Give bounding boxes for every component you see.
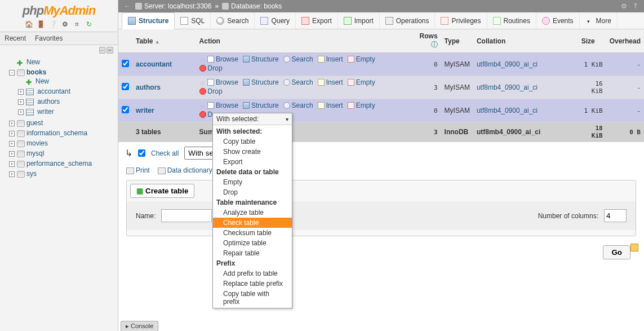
- tree-toggle[interactable]: +: [9, 121, 15, 126]
- page-up-icon[interactable]: ⤒: [633, 2, 638, 10]
- insert-action[interactable]: Insert: [318, 78, 343, 86]
- checkall-link[interactable]: Check all: [151, 149, 179, 157]
- row-checkbox[interactable]: [122, 106, 129, 113]
- tree-db-performance_schema[interactable]: performance_schema: [26, 160, 92, 167]
- browse-action[interactable]: Browse: [207, 101, 238, 109]
- tree-db-books[interactable]: books: [26, 68, 46, 76]
- tree-db-mysql[interactable]: mysql: [26, 149, 44, 157]
- empty-action[interactable]: Empty: [348, 78, 375, 86]
- go-button[interactable]: Go: [603, 245, 630, 259]
- col-table[interactable]: Table ▲: [132, 29, 196, 53]
- tree-db-information_schema[interactable]: information_schema: [26, 129, 87, 137]
- tab-export[interactable]: Export: [296, 12, 338, 29]
- dropdown-item[interactable]: Optimize table: [213, 238, 292, 248]
- reload-icon[interactable]: ↻: [85, 20, 93, 28]
- dropdown-selector[interactable]: With selected:: [213, 113, 292, 125]
- favorite-icon[interactable]: ☆: [199, 56, 206, 64]
- link-icon[interactable]: ∞: [106, 47, 113, 54]
- dropdown-item[interactable]: Analyze table: [213, 208, 292, 218]
- tab-routines[interactable]: Routines: [487, 12, 536, 29]
- tab-structure[interactable]: Structure: [122, 12, 175, 29]
- dropdown-item[interactable]: Show create: [213, 147, 292, 157]
- favorite-icon[interactable]: ☆: [199, 80, 206, 87]
- dropdown-item[interactable]: Export: [213, 157, 292, 167]
- favorite-icon[interactable]: ☆: [199, 103, 206, 111]
- home-icon[interactable]: 🏠: [25, 20, 33, 28]
- tab-operations[interactable]: Operations: [380, 12, 436, 29]
- tree-toggle[interactable]: −: [9, 70, 15, 76]
- docs-icon[interactable]: ❔: [49, 20, 57, 28]
- dropdown-item[interactable]: Checksum table: [213, 228, 292, 238]
- tree-toggle[interactable]: +: [9, 151, 15, 157]
- tab-import[interactable]: Import: [338, 12, 380, 29]
- tree-toggle[interactable]: +: [9, 141, 15, 147]
- structure-action[interactable]: Structure: [243, 101, 279, 109]
- table-name-link[interactable]: accountant: [136, 60, 172, 68]
- empty-action[interactable]: Empty: [348, 101, 375, 109]
- tab-sql[interactable]: SQL: [175, 12, 211, 29]
- tab-events[interactable]: Events: [536, 12, 580, 29]
- dropdown-item[interactable]: Empty: [213, 177, 292, 187]
- dropdown-item[interactable]: Copy table with prefix: [213, 289, 292, 307]
- tree-toggle[interactable]: +: [9, 171, 15, 177]
- tree-db-movies[interactable]: movies: [26, 139, 48, 147]
- dropdown-item[interactable]: Drop: [213, 187, 292, 197]
- tree-toggle[interactable]: +: [9, 131, 15, 136]
- tab-privileges[interactable]: Privileges: [435, 12, 487, 29]
- dropdown-item[interactable]: Copy table: [213, 136, 292, 147]
- recent-tab[interactable]: Recent: [0, 32, 30, 45]
- search-action[interactable]: Search: [283, 78, 313, 86]
- dropdown-item[interactable]: Replace table prefix: [213, 279, 292, 289]
- insert-action[interactable]: Insert: [318, 55, 343, 63]
- breadcrumb-database[interactable]: Database: books: [231, 2, 282, 10]
- with-selected-dropdown[interactable]: With selected: With selected:Copy tableS…: [212, 113, 292, 308]
- tab-query[interactable]: Query: [255, 12, 296, 29]
- structure-action[interactable]: Structure: [243, 78, 279, 86]
- tree-table-writer[interactable]: writer: [37, 108, 54, 116]
- collapse-icon[interactable]: –: [99, 47, 105, 54]
- breadcrumb-server[interactable]: Server: localhost:3306: [144, 2, 211, 10]
- empty-action[interactable]: Empty: [348, 55, 375, 63]
- tree-table-authors[interactable]: authors: [37, 98, 60, 105]
- tree-table-accountant[interactable]: accountant: [37, 87, 70, 95]
- drop-action[interactable]: Drop: [199, 87, 223, 95]
- nav-back-icon[interactable]: ←: [124, 2, 131, 10]
- structure-action[interactable]: Structure: [243, 55, 279, 63]
- tree-db-sys[interactable]: sys: [26, 170, 37, 178]
- table-name-link[interactable]: writer: [136, 107, 154, 114]
- table-name-input[interactable]: [161, 209, 212, 222]
- print-link[interactable]: Print: [126, 166, 150, 174]
- checkall-checkbox[interactable]: [138, 149, 145, 157]
- help-icon[interactable]: ⓘ: [431, 41, 438, 48]
- bookmark-icon[interactable]: [630, 244, 638, 251]
- tree-toggle[interactable]: +: [18, 89, 24, 95]
- drop-action[interactable]: Drop: [199, 64, 223, 72]
- favorites-tab[interactable]: Favorites: [30, 32, 67, 45]
- gear-icon[interactable]: ⚙: [621, 2, 627, 10]
- dropdown-item[interactable]: Repair table: [213, 248, 292, 258]
- row-checkbox[interactable]: [122, 60, 129, 67]
- new-table-link[interactable]: New: [35, 77, 49, 85]
- row-checkbox[interactable]: [122, 83, 129, 90]
- data-dictionary-link[interactable]: Data dictionary: [158, 166, 212, 174]
- col-overhead[interactable]: Overhead: [606, 29, 644, 53]
- console-button[interactable]: ▸ Console: [121, 321, 158, 331]
- exit-icon[interactable]: 🚪: [37, 20, 45, 28]
- browse-action[interactable]: Browse: [207, 78, 238, 86]
- col-type[interactable]: Type: [441, 29, 473, 53]
- sql-icon[interactable]: ⌗: [73, 20, 81, 28]
- tree-db-guest[interactable]: guest: [26, 119, 43, 127]
- tree-toggle[interactable]: +: [9, 161, 15, 167]
- search-action[interactable]: Search: [283, 55, 313, 63]
- columns-input[interactable]: [604, 209, 627, 222]
- browse-action[interactable]: Browse: [207, 55, 238, 63]
- create-table-button[interactable]: ▦Create table: [130, 184, 194, 198]
- dropdown-item[interactable]: Add prefix to table: [213, 268, 292, 279]
- tree-toggle[interactable]: +: [18, 109, 24, 115]
- tab-search[interactable]: Search: [211, 12, 255, 29]
- search-action[interactable]: Search: [283, 101, 313, 109]
- insert-action[interactable]: Insert: [318, 101, 343, 109]
- settings-icon[interactable]: ⚙: [61, 20, 69, 28]
- new-db-link[interactable]: New: [26, 58, 40, 66]
- col-collation[interactable]: Collation: [473, 29, 578, 53]
